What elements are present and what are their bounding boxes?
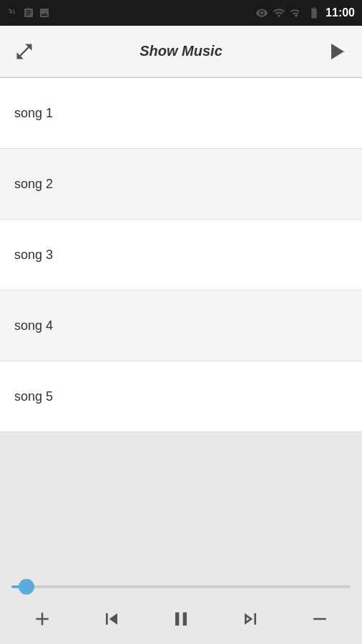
next-icon: [239, 608, 262, 630]
progress-thumb: [19, 579, 34, 595]
prev-button[interactable]: [94, 601, 129, 637]
song-list: song 1song 2song 3song 4song 5: [0, 78, 362, 432]
header-title: Show Music: [140, 43, 222, 59]
signal-icon: [290, 6, 303, 19]
next-button[interactable]: [233, 601, 268, 637]
expand-arrows-icon: [14, 42, 34, 62]
song-name-5: song 5: [14, 389, 53, 404]
wifi-icon: [273, 6, 285, 19]
song-item-1[interactable]: song 1: [0, 78, 362, 149]
status-right-icons: 11:00: [255, 6, 355, 19]
pause-button[interactable]: [163, 601, 199, 637]
controls-bar: [0, 594, 362, 644]
minus-button[interactable]: [302, 601, 338, 637]
usb-icon: [7, 7, 19, 19]
song-item-4[interactable]: song 4: [0, 291, 362, 361]
play-button[interactable]: [325, 39, 351, 64]
bottom-area: [0, 574, 362, 644]
song-name-3: song 3: [14, 248, 53, 263]
prev-icon: [100, 608, 123, 630]
song-name-2: song 2: [14, 177, 53, 192]
song-item-3[interactable]: song 3: [0, 220, 362, 291]
minus-icon: [309, 608, 331, 630]
clipboard-icon: [23, 7, 34, 19]
status-bar: 11:00: [0, 0, 362, 26]
eye-icon: [255, 6, 268, 19]
time-display: 11:00: [326, 6, 355, 19]
song-name-4: song 4: [14, 318, 53, 333]
song-name-1: song 1: [14, 106, 53, 121]
pause-icon: [170, 608, 192, 630]
battery-icon: [307, 6, 321, 19]
image-icon: [39, 7, 50, 19]
progress-track[interactable]: [11, 585, 351, 588]
progress-container[interactable]: [0, 574, 362, 594]
add-button[interactable]: [24, 601, 60, 637]
play-arrow-icon: [331, 44, 344, 59]
song-item-2[interactable]: song 2: [0, 149, 362, 220]
status-left-icons: [7, 7, 50, 19]
song-item-5[interactable]: song 5: [0, 361, 362, 432]
header: Show Music: [0, 26, 362, 77]
expand-button[interactable]: [11, 39, 37, 64]
add-icon: [31, 608, 53, 630]
